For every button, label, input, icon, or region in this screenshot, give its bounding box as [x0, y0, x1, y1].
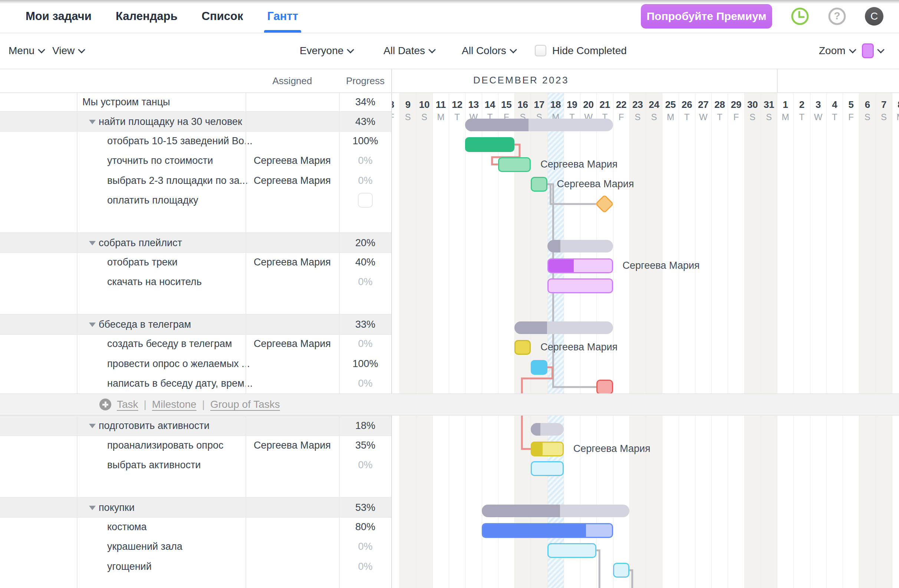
nav-tab-my-tasks[interactable]: Мои задачи: [26, 0, 92, 32]
collapse-triangle-icon[interactable]: [89, 323, 96, 327]
nav-tab-calendar[interactable]: Календарь: [116, 0, 178, 32]
table-row-g4: подготовить активности18%: [0, 416, 392, 436]
nav-tab-list[interactable]: Список: [202, 0, 243, 32]
panel-divider[interactable]: [391, 69, 392, 588]
milestone-checkbox[interactable]: [358, 193, 373, 208]
add-group-link[interactable]: Group of Tasks: [210, 398, 280, 411]
task-name[interactable]: украшений зала: [107, 541, 182, 553]
progress-cell[interactable]: 80%: [339, 521, 392, 533]
day-column-1: 1M: [777, 93, 793, 588]
task-table: Мы устроим танцы34%найти площадку на 30 …: [0, 69, 392, 588]
gantt-bar[interactable]: [465, 137, 514, 152]
add-task-link[interactable]: Task: [117, 398, 138, 411]
view-dropdown[interactable]: View: [52, 32, 84, 69]
task-name[interactable]: костюма: [107, 521, 147, 533]
gantt-bar[interactable]: [514, 340, 531, 355]
task-name[interactable]: выбрать 2-3 площадки по за...: [107, 174, 248, 186]
assigned-cell[interactable]: Сергеева Мария: [246, 338, 339, 350]
progress-cell[interactable]: 0%: [339, 541, 392, 553]
menu-dropdown[interactable]: Menu: [9, 32, 44, 69]
progress-cell[interactable]: 0%: [339, 378, 392, 389]
task-name[interactable]: отобрать 10-15 заведений Во...: [107, 135, 253, 147]
task-name[interactable]: покупки: [99, 502, 134, 513]
day-column-8: 8M: [892, 93, 899, 588]
color-swatch[interactable]: [862, 43, 874, 58]
clock-icon[interactable]: [791, 7, 809, 26]
task-name[interactable]: подготовить активности: [99, 420, 210, 432]
assigned-cell[interactable]: Сергеева Мария: [246, 439, 339, 451]
assigned-cell[interactable]: Сергеева Мария: [246, 256, 339, 268]
gantt-group-bar[interactable]: [514, 321, 613, 334]
collapse-triangle-icon[interactable]: [89, 120, 96, 124]
task-name[interactable]: найти площадку на 30 человек: [99, 116, 242, 127]
nav-tab-gantt[interactable]: Гантт: [267, 0, 298, 32]
collapse-triangle-icon[interactable]: [89, 241, 96, 245]
chevron-down-icon: [510, 46, 517, 53]
task-name[interactable]: провести опрос о желаемых ...: [107, 358, 250, 369]
progress-cell[interactable]: 0%: [339, 174, 392, 186]
progress-cell[interactable]: 35%: [339, 439, 392, 451]
hide-completed-checkbox[interactable]: [535, 45, 546, 56]
progress-cell[interactable]: 18%: [339, 420, 392, 432]
assigned-cell[interactable]: Сергеева Мария: [246, 155, 339, 167]
add-milestone-link[interactable]: Milestone: [152, 398, 196, 411]
dates-filter-dropdown[interactable]: All Dates: [383, 32, 435, 69]
progress-cell[interactable]: 100%: [339, 358, 392, 369]
progress-cell[interactable]: 53%: [339, 502, 392, 513]
task-name[interactable]: написать в беседу дату, врем...: [107, 378, 253, 389]
task-name[interactable]: создать беседу в телеграм: [107, 338, 232, 350]
progress-cell[interactable]: 100%: [339, 135, 392, 147]
progress-cell[interactable]: 0%: [339, 155, 392, 167]
collapse-triangle-icon[interactable]: [89, 424, 96, 428]
task-name[interactable]: проанализировать опрос: [107, 439, 224, 451]
gantt-bar[interactable]: [596, 380, 613, 395]
progress-cell[interactable]: 0%: [339, 459, 392, 471]
nav-tabs: Мои задачиКалендарьСписокГантт: [26, 0, 298, 32]
gantt-bar[interactable]: [531, 461, 564, 476]
gantt-group-bar[interactable]: [482, 505, 629, 517]
gantt-bar[interactable]: [547, 258, 613, 273]
progress-cell[interactable]: 20%: [339, 237, 392, 248]
collapse-triangle-icon[interactable]: [89, 506, 96, 510]
progress-cell[interactable]: 0%: [339, 338, 392, 350]
gantt-bar[interactable]: [613, 563, 629, 578]
gantt-bar[interactable]: [531, 177, 547, 192]
progress-cell[interactable]: 40%: [339, 256, 392, 268]
task-name[interactable]: выбрать активности: [107, 459, 201, 471]
gantt-bar[interactable]: [482, 523, 613, 538]
plus-icon[interactable]: [99, 398, 111, 411]
day-column-12: 12T: [449, 93, 465, 588]
gantt-group-bar[interactable]: [547, 240, 613, 253]
progress-cell[interactable]: 33%: [339, 318, 392, 330]
gantt-bar[interactable]: [498, 157, 531, 172]
task-name[interactable]: уточнить по стоимости: [107, 155, 213, 167]
gantt-bar[interactable]: [531, 441, 564, 456]
hide-completed-toggle[interactable]: Hide Completed: [535, 32, 627, 69]
progress-cell[interactable]: 0%: [339, 276, 392, 288]
progress-cell[interactable]: 43%: [339, 116, 392, 127]
progress-cell[interactable]: 0%: [339, 560, 392, 572]
colors-filter-dropdown[interactable]: All Colors: [462, 32, 516, 69]
task-name[interactable]: скачать на носитель: [107, 276, 202, 288]
task-name[interactable]: оплатить площадку: [107, 194, 198, 206]
progress-cell[interactable]: 34%: [339, 96, 392, 108]
assigned-cell[interactable]: Сергеева Мария: [246, 174, 339, 186]
gantt-group-bar[interactable]: [465, 119, 613, 131]
task-name[interactable]: угощений: [107, 560, 152, 572]
task-name[interactable]: Мы устроим танцы: [82, 96, 170, 108]
task-name[interactable]: отобрать треки: [107, 256, 178, 268]
help-icon[interactable]: ?: [828, 7, 846, 26]
day-column-10: 10S: [416, 93, 433, 588]
progress-cell[interactable]: [339, 193, 392, 208]
avatar[interactable]: C: [865, 7, 884, 26]
task-name[interactable]: ббеседа в телеграм: [99, 318, 191, 330]
gantt-bar[interactable]: [531, 360, 547, 375]
assignee-filter-dropdown[interactable]: Everyone: [300, 32, 353, 69]
gantt-group-bar[interactable]: [531, 423, 564, 436]
gantt-bar[interactable]: [547, 543, 597, 558]
day-column-31: 31S: [761, 93, 777, 588]
gantt-bar[interactable]: [547, 278, 613, 293]
task-name[interactable]: собрать плейлист: [99, 237, 182, 248]
premium-button[interactable]: Попробуйте Премиум: [641, 4, 772, 29]
zoom-dropdown[interactable]: Zoom: [819, 32, 884, 69]
